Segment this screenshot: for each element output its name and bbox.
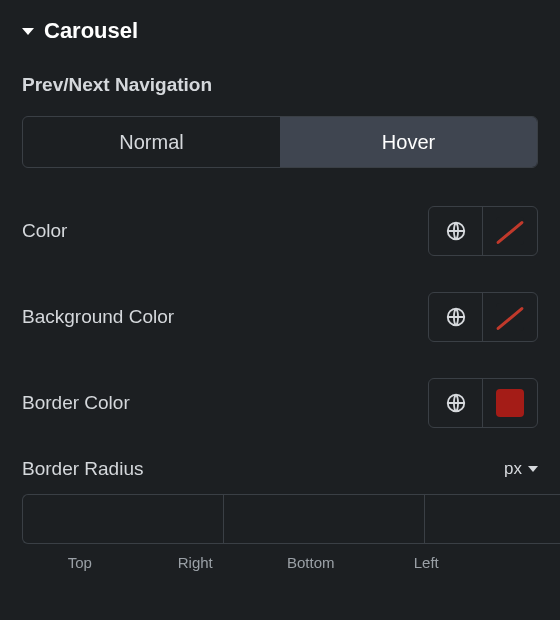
border-radius-label: Border Radius [22, 458, 143, 480]
carousel-panel: Carousel Prev/Next Navigation Normal Hov… [0, 0, 560, 589]
state-hover-tab[interactable]: Hover [280, 117, 537, 167]
state-toggle: Normal Hover [22, 116, 538, 168]
state-normal-tab[interactable]: Normal [23, 117, 280, 167]
radius-left-label: Left [369, 554, 485, 571]
section-header[interactable]: Carousel [22, 18, 538, 44]
border-radius-header: Border Radius px [22, 458, 538, 480]
radius-right-label: Right [138, 554, 254, 571]
section-title: Carousel [44, 18, 138, 44]
color-control [428, 206, 538, 256]
color-swatch-button[interactable] [483, 207, 537, 255]
radius-bottom-label: Bottom [253, 554, 369, 571]
color-label: Color [22, 220, 67, 242]
radius-top-label: Top [22, 554, 138, 571]
globe-icon [445, 392, 467, 414]
group-label: Prev/Next Navigation [22, 74, 538, 96]
border-color-label: Border Color [22, 392, 130, 414]
background-color-row: Background Color [22, 292, 538, 342]
border-radius-side-labels: Top Right Bottom Left [22, 554, 538, 571]
border-radius-inputs [22, 494, 538, 544]
background-color-label: Background Color [22, 306, 174, 328]
color-swatch-icon [496, 389, 524, 417]
border-color-swatch-button[interactable] [483, 379, 537, 427]
radius-top-input[interactable] [22, 494, 223, 544]
radius-bottom-input[interactable] [424, 494, 560, 544]
color-global-button[interactable] [429, 207, 483, 255]
background-color-swatch-button[interactable] [483, 293, 537, 341]
spacer [484, 554, 538, 571]
border-color-row: Border Color [22, 378, 538, 428]
background-color-control [428, 292, 538, 342]
none-swatch-icon [496, 217, 524, 245]
unit-value: px [504, 459, 522, 479]
background-color-global-button[interactable] [429, 293, 483, 341]
radius-right-input[interactable] [223, 494, 424, 544]
caret-down-icon [22, 28, 34, 35]
globe-icon [445, 220, 467, 242]
color-row: Color [22, 206, 538, 256]
none-swatch-icon [496, 303, 524, 331]
globe-icon [445, 306, 467, 328]
chevron-down-icon [528, 466, 538, 472]
border-color-control [428, 378, 538, 428]
border-color-global-button[interactable] [429, 379, 483, 427]
unit-picker[interactable]: px [504, 459, 538, 479]
